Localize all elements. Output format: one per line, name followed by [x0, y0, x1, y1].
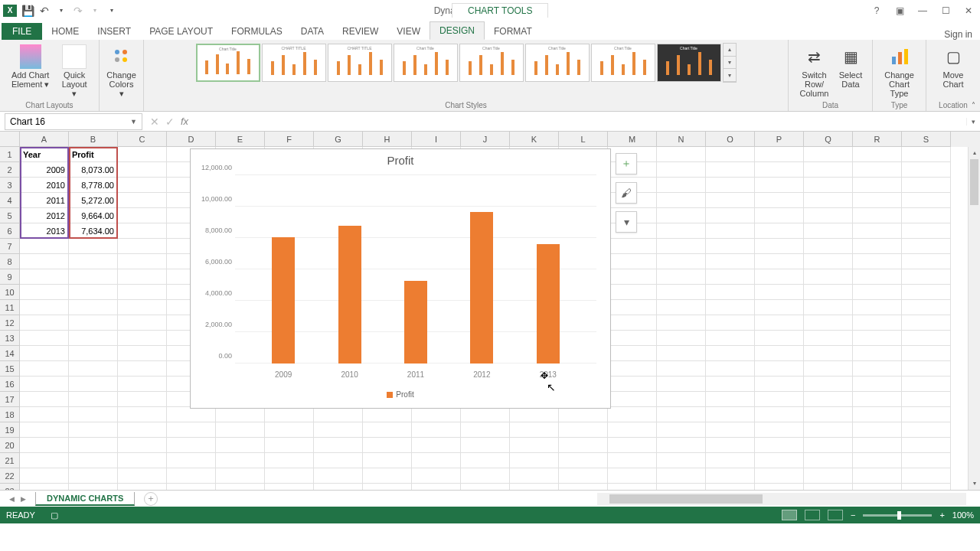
cell[interactable] — [216, 484, 265, 490]
zoom-level[interactable]: 100% — [952, 510, 974, 520]
cell[interactable] — [657, 285, 706, 300]
cell[interactable] — [853, 208, 902, 223]
cell[interactable] — [167, 438, 216, 453]
cell[interactable] — [69, 438, 118, 453]
cell[interactable] — [69, 453, 118, 468]
zoom-slider[interactable] — [863, 514, 932, 517]
row-header[interactable]: 17 — [0, 392, 20, 407]
cell[interactable] — [608, 361, 657, 377]
cell[interactable] — [69, 361, 118, 377]
cell[interactable] — [363, 468, 412, 484]
sign-in-link[interactable]: Sign in — [944, 29, 980, 40]
cell[interactable] — [902, 162, 951, 178]
cell[interactable] — [706, 269, 755, 285]
chart-styles-scroll[interactable]: ▴▾▾ — [723, 43, 737, 83]
cell[interactable] — [20, 346, 69, 361]
row-header[interactable]: 9 — [0, 269, 20, 285]
cell[interactable] — [804, 178, 853, 193]
cell[interactable] — [706, 193, 755, 208]
cell[interactable] — [706, 178, 755, 193]
chart-bar[interactable] — [272, 237, 295, 364]
qat-customize-icon[interactable]: ▾ — [106, 5, 118, 17]
cell[interactable] — [265, 484, 314, 490]
add-sheet-button[interactable]: ＋ — [144, 492, 158, 506]
cell[interactable] — [314, 453, 363, 468]
cell[interactable] — [461, 438, 510, 453]
cell[interactable] — [118, 193, 167, 208]
add-chart-element-button[interactable]: Add Chart Element ▾ — [6, 43, 54, 99]
cell[interactable] — [559, 407, 608, 422]
cell[interactable] — [265, 438, 314, 453]
cell[interactable] — [706, 147, 755, 162]
cell[interactable] — [706, 377, 755, 392]
cell[interactable] — [20, 315, 69, 331]
cell[interactable] — [706, 162, 755, 178]
cell[interactable] — [706, 438, 755, 453]
cell[interactable] — [167, 422, 216, 438]
cell[interactable] — [20, 269, 69, 285]
cell[interactable] — [804, 438, 853, 453]
view-page-break-icon[interactable] — [828, 510, 843, 520]
cell[interactable] — [20, 407, 69, 422]
row-header[interactable]: 13 — [0, 331, 20, 346]
cell[interactable] — [118, 407, 167, 422]
cell[interactable] — [608, 468, 657, 484]
cell[interactable] — [20, 331, 69, 346]
cell[interactable] — [118, 331, 167, 346]
cell[interactable] — [167, 468, 216, 484]
row-header[interactable]: 2 — [0, 162, 20, 178]
cell[interactable] — [902, 178, 951, 193]
cell[interactable] — [20, 484, 69, 490]
cell[interactable]: 2013 — [20, 223, 69, 239]
cell[interactable] — [461, 407, 510, 422]
cell[interactable] — [657, 392, 706, 407]
cell[interactable] — [755, 223, 804, 239]
collapse-ribbon-icon[interactable]: ˄ — [972, 101, 975, 109]
cell[interactable] — [69, 407, 118, 422]
cell[interactable] — [902, 361, 951, 377]
cell[interactable] — [755, 193, 804, 208]
row-header[interactable]: 15 — [0, 361, 20, 377]
cell[interactable] — [20, 254, 69, 269]
tab-page-layout[interactable]: PAGE LAYOUT — [140, 23, 222, 40]
tab-insert[interactable]: INSERT — [88, 23, 140, 40]
select-data-button[interactable]: ▦ Select Data — [835, 43, 866, 99]
vertical-scrollbar[interactable]: ▴ ▾ — [968, 147, 980, 490]
chart-filter-funnel-button[interactable]: ▾ — [616, 211, 637, 233]
cell[interactable] — [853, 392, 902, 407]
cell[interactable] — [118, 300, 167, 315]
redo-dd-icon[interactable]: ▾ — [89, 5, 101, 17]
cell[interactable] — [706, 254, 755, 269]
cell[interactable] — [804, 223, 853, 239]
cell[interactable] — [657, 269, 706, 285]
cell[interactable] — [461, 484, 510, 490]
column-header[interactable]: H — [363, 132, 412, 147]
tab-file[interactable]: FILE — [2, 23, 42, 40]
column-header[interactable]: S — [902, 132, 951, 147]
cell[interactable] — [608, 438, 657, 453]
cell[interactable] — [804, 315, 853, 331]
cell[interactable] — [118, 147, 167, 162]
cell[interactable] — [853, 193, 902, 208]
cell[interactable] — [853, 285, 902, 300]
cell[interactable] — [608, 377, 657, 392]
chart-style-7[interactable]: Chart Title — [591, 44, 655, 82]
cell[interactable] — [118, 438, 167, 453]
row-header[interactable]: 23 — [0, 484, 20, 490]
switch-row-column-button[interactable]: ⇄ Switch Row/ Column — [795, 43, 834, 99]
redo-icon[interactable]: ↷ — [72, 5, 84, 17]
cell[interactable] — [755, 300, 804, 315]
cell[interactable] — [657, 208, 706, 223]
cell[interactable] — [804, 193, 853, 208]
cell[interactable] — [608, 239, 657, 254]
ribbon-options-icon[interactable]: ▣ — [890, 3, 910, 18]
cell[interactable] — [69, 392, 118, 407]
cell[interactable] — [853, 361, 902, 377]
cell[interactable] — [804, 361, 853, 377]
chart-style-3[interactable]: CHART TITLE — [328, 44, 392, 82]
cell[interactable] — [608, 269, 657, 285]
cell[interactable] — [902, 331, 951, 346]
column-header[interactable]: N — [657, 132, 706, 147]
cell[interactable] — [265, 468, 314, 484]
cell[interactable] — [853, 269, 902, 285]
